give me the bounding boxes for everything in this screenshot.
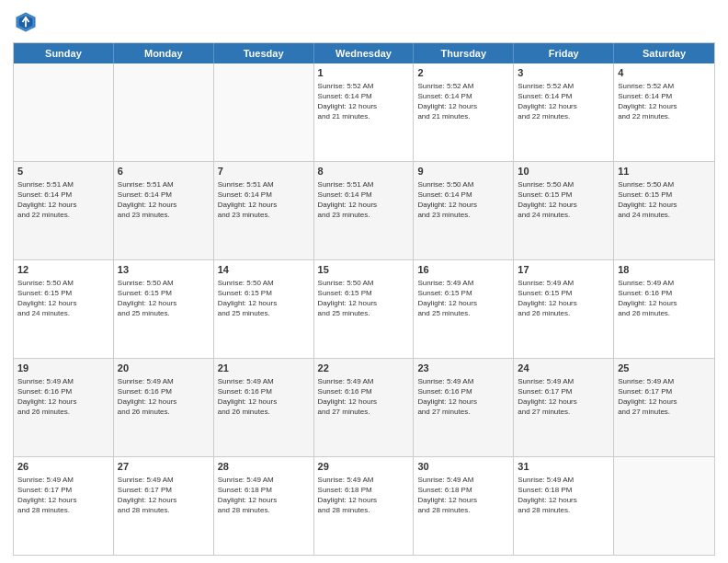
cell-info: Sunrise: 5:49 AM Sunset: 6:15 PM Dayligh… [417, 278, 509, 319]
cal-cell: 29Sunrise: 5:49 AM Sunset: 6:18 PM Dayli… [314, 457, 415, 555]
day-number: 6 [118, 165, 210, 178]
cell-info: Sunrise: 5:51 AM Sunset: 6:14 PM Dayligh… [318, 179, 410, 221]
cal-cell: 2Sunrise: 5:52 AM Sunset: 6:14 PM Daylig… [414, 63, 514, 161]
day-number: 2 [417, 66, 509, 80]
cal-cell: 22Sunrise: 5:49 AM Sunset: 6:16 PM Dayli… [314, 359, 415, 456]
cell-info: Sunrise: 5:49 AM Sunset: 6:16 PM Dayligh… [618, 278, 711, 319]
cell-info: Sunrise: 5:49 AM Sunset: 6:16 PM Dayligh… [17, 376, 109, 418]
cell-info: Sunrise: 5:50 AM Sunset: 6:14 PM Dayligh… [417, 179, 509, 221]
cell-info: Sunrise: 5:49 AM Sunset: 6:17 PM Dayligh… [118, 475, 210, 516]
day-number: 24 [518, 362, 609, 375]
day-number: 16 [417, 263, 509, 277]
cal-cell: 9Sunrise: 5:50 AM Sunset: 6:14 PM Daylig… [414, 162, 514, 259]
header [13, 9, 715, 35]
day-number: 12 [17, 263, 109, 277]
column-headers: SundayMondayTuesdayWednesdayThursdayFrid… [14, 43, 714, 63]
cell-info: Sunrise: 5:51 AM Sunset: 6:14 PM Dayligh… [118, 179, 210, 221]
cal-cell: 4Sunrise: 5:52 AM Sunset: 6:14 PM Daylig… [614, 63, 714, 161]
cal-cell [214, 63, 314, 161]
cal-cell: 11Sunrise: 5:50 AM Sunset: 6:15 PM Dayli… [614, 162, 714, 259]
day-number: 25 [618, 362, 711, 375]
col-header-tuesday: Tuesday [214, 43, 314, 63]
cell-info: Sunrise: 5:49 AM Sunset: 6:16 PM Dayligh… [118, 376, 210, 418]
cal-cell: 24Sunrise: 5:49 AM Sunset: 6:17 PM Dayli… [514, 359, 614, 456]
cal-cell: 14Sunrise: 5:50 AM Sunset: 6:15 PM Dayli… [214, 260, 314, 358]
cal-cell: 7Sunrise: 5:51 AM Sunset: 6:14 PM Daylig… [214, 162, 314, 259]
page: SundayMondayTuesdayWednesdayThursdayFrid… [0, 0, 728, 563]
cal-row-4: 26Sunrise: 5:49 AM Sunset: 6:17 PM Dayli… [14, 456, 714, 555]
cell-info: Sunrise: 5:51 AM Sunset: 6:14 PM Dayligh… [17, 179, 109, 221]
calendar-body: 1Sunrise: 5:52 AM Sunset: 6:14 PM Daylig… [14, 63, 714, 555]
cal-cell: 17Sunrise: 5:49 AM Sunset: 6:15 PM Dayli… [514, 260, 614, 358]
cell-info: Sunrise: 5:49 AM Sunset: 6:17 PM Dayligh… [17, 475, 109, 516]
cal-cell: 19Sunrise: 5:49 AM Sunset: 6:16 PM Dayli… [14, 359, 114, 456]
day-number: 13 [118, 263, 210, 277]
col-header-wednesday: Wednesday [314, 43, 415, 63]
cal-cell: 18Sunrise: 5:49 AM Sunset: 6:16 PM Dayli… [614, 260, 714, 358]
cal-row-3: 19Sunrise: 5:49 AM Sunset: 6:16 PM Dayli… [14, 358, 714, 456]
day-number: 22 [318, 362, 410, 375]
cal-cell: 26Sunrise: 5:49 AM Sunset: 6:17 PM Dayli… [14, 457, 114, 555]
cal-cell: 27Sunrise: 5:49 AM Sunset: 6:17 PM Dayli… [114, 457, 214, 555]
cal-cell: 28Sunrise: 5:49 AM Sunset: 6:18 PM Dayli… [214, 457, 314, 555]
cal-cell [14, 63, 114, 161]
day-number: 30 [417, 460, 509, 474]
cell-info: Sunrise: 5:50 AM Sunset: 6:15 PM Dayligh… [17, 278, 109, 319]
day-number: 7 [218, 165, 310, 178]
cal-cell [114, 63, 214, 161]
day-number: 19 [17, 362, 109, 375]
day-number: 3 [518, 66, 609, 80]
cell-info: Sunrise: 5:49 AM Sunset: 6:18 PM Dayligh… [318, 475, 410, 516]
cell-info: Sunrise: 5:49 AM Sunset: 6:16 PM Dayligh… [218, 376, 310, 418]
cal-cell: 23Sunrise: 5:49 AM Sunset: 6:16 PM Dayli… [414, 359, 514, 456]
cal-cell: 5Sunrise: 5:51 AM Sunset: 6:14 PM Daylig… [14, 162, 114, 259]
col-header-saturday: Saturday [614, 43, 714, 63]
cal-cell [614, 457, 714, 555]
cal-cell: 20Sunrise: 5:49 AM Sunset: 6:16 PM Dayli… [114, 359, 214, 456]
logo [13, 9, 42, 35]
cal-row-1: 5Sunrise: 5:51 AM Sunset: 6:14 PM Daylig… [14, 161, 714, 259]
cal-cell: 12Sunrise: 5:50 AM Sunset: 6:15 PM Dayli… [14, 260, 114, 358]
cal-cell: 30Sunrise: 5:49 AM Sunset: 6:18 PM Dayli… [414, 457, 514, 555]
col-header-thursday: Thursday [414, 43, 514, 63]
day-number: 1 [318, 66, 410, 80]
day-number: 11 [618, 165, 711, 178]
day-number: 31 [518, 460, 609, 474]
cell-info: Sunrise: 5:50 AM Sunset: 6:15 PM Dayligh… [118, 278, 210, 319]
day-number: 14 [218, 263, 310, 277]
day-number: 10 [518, 165, 609, 178]
day-number: 15 [318, 263, 410, 277]
cell-info: Sunrise: 5:49 AM Sunset: 6:18 PM Dayligh… [518, 475, 609, 516]
cal-cell: 10Sunrise: 5:50 AM Sunset: 6:15 PM Dayli… [514, 162, 614, 259]
cell-info: Sunrise: 5:52 AM Sunset: 6:14 PM Dayligh… [618, 81, 711, 122]
cell-info: Sunrise: 5:51 AM Sunset: 6:14 PM Dayligh… [218, 179, 310, 221]
day-number: 26 [17, 460, 109, 474]
cal-row-2: 12Sunrise: 5:50 AM Sunset: 6:15 PM Dayli… [14, 259, 714, 358]
cell-info: Sunrise: 5:49 AM Sunset: 6:17 PM Dayligh… [518, 376, 609, 418]
cal-cell: 16Sunrise: 5:49 AM Sunset: 6:15 PM Dayli… [414, 260, 514, 358]
cal-cell: 25Sunrise: 5:49 AM Sunset: 6:17 PM Dayli… [614, 359, 714, 456]
day-number: 28 [218, 460, 310, 474]
day-number: 5 [17, 165, 109, 178]
cell-info: Sunrise: 5:49 AM Sunset: 6:16 PM Dayligh… [318, 376, 410, 418]
day-number: 29 [318, 460, 410, 474]
cell-info: Sunrise: 5:52 AM Sunset: 6:14 PM Dayligh… [518, 81, 609, 122]
cal-cell: 3Sunrise: 5:52 AM Sunset: 6:14 PM Daylig… [514, 63, 614, 161]
col-header-monday: Monday [114, 43, 214, 63]
day-number: 23 [417, 362, 509, 375]
day-number: 4 [618, 66, 711, 80]
cell-info: Sunrise: 5:52 AM Sunset: 6:14 PM Dayligh… [417, 81, 509, 122]
cell-info: Sunrise: 5:49 AM Sunset: 6:17 PM Dayligh… [618, 376, 711, 418]
cal-cell: 13Sunrise: 5:50 AM Sunset: 6:15 PM Dayli… [114, 260, 214, 358]
day-number: 18 [618, 263, 711, 277]
cell-info: Sunrise: 5:50 AM Sunset: 6:15 PM Dayligh… [518, 179, 609, 221]
cell-info: Sunrise: 5:50 AM Sunset: 6:15 PM Dayligh… [618, 179, 711, 221]
cal-row-0: 1Sunrise: 5:52 AM Sunset: 6:14 PM Daylig… [14, 63, 714, 161]
day-number: 20 [118, 362, 210, 375]
cell-info: Sunrise: 5:49 AM Sunset: 6:16 PM Dayligh… [417, 376, 509, 418]
cell-info: Sunrise: 5:49 AM Sunset: 6:18 PM Dayligh… [218, 475, 310, 516]
cal-cell: 15Sunrise: 5:50 AM Sunset: 6:15 PM Dayli… [314, 260, 415, 358]
day-number: 17 [518, 263, 609, 277]
cell-info: Sunrise: 5:50 AM Sunset: 6:15 PM Dayligh… [318, 278, 410, 319]
calendar: SundayMondayTuesdayWednesdayThursdayFrid… [13, 42, 715, 556]
